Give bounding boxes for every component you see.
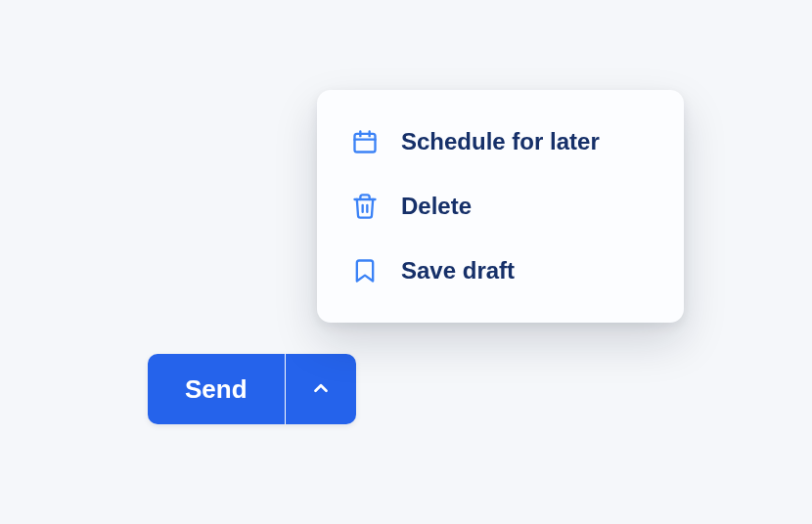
bookmark-icon xyxy=(350,256,380,285)
chevron-up-icon xyxy=(310,377,332,402)
menu-item-save-draft[interactable]: Save draft xyxy=(317,239,684,303)
menu-item-schedule[interactable]: Schedule for later xyxy=(317,109,684,174)
actions-dropdown: Schedule for later Delete Save draft xyxy=(317,90,684,323)
send-button[interactable]: Send xyxy=(148,354,285,424)
svg-rect-0 xyxy=(355,134,376,153)
menu-item-label: Save draft xyxy=(401,257,515,284)
menu-item-delete[interactable]: Delete xyxy=(317,174,684,239)
send-split-button: Send xyxy=(148,354,356,424)
trash-icon xyxy=(350,192,380,221)
menu-item-label: Schedule for later xyxy=(401,128,600,155)
calendar-icon xyxy=(350,127,380,156)
menu-item-label: Delete xyxy=(401,193,472,220)
more-actions-toggle[interactable] xyxy=(286,354,356,424)
send-button-label: Send xyxy=(185,374,248,405)
